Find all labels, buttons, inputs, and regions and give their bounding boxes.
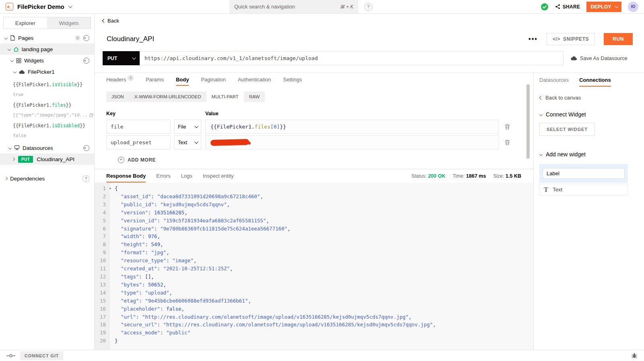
body-type-multipart[interactable]: MULTI-PART xyxy=(206,91,244,102)
body-type-json[interactable]: JSON xyxy=(106,91,129,102)
tab-connections[interactable]: Connections xyxy=(579,73,611,87)
tab-settings[interactable]: Settings xyxy=(283,73,302,86)
tab-explorer[interactable]: Explorer xyxy=(4,17,47,29)
tab-widgets[interactable]: Widgets xyxy=(47,17,91,29)
add-widget-icon[interactable]: + xyxy=(83,58,89,64)
query-title[interactable]: Cloudinary_API xyxy=(107,35,154,43)
response-code[interactable]: 1▾{2 "asset_id": "dacea8d7331091d20698a9… xyxy=(95,183,533,350)
back-to-canvas-button[interactable]: Back to canvas xyxy=(540,95,644,101)
chevron-down-icon[interactable] xyxy=(68,4,72,8)
tab-headers[interactable]: Headers 1 xyxy=(106,73,134,86)
code-text: "placeholder": false, xyxy=(115,305,184,313)
app-title[interactable]: FilePicker Demo xyxy=(17,3,64,10)
tab-datasources[interactable]: Datasources xyxy=(539,73,569,87)
tree-item-pages[interactable]: Pages + xyxy=(0,32,94,44)
redaction-scribble xyxy=(211,139,249,146)
key-column-header: Key xyxy=(106,111,205,116)
fold-gutter xyxy=(106,297,115,305)
line-number: 4 xyxy=(95,209,106,217)
code-text: } xyxy=(115,337,118,345)
tab-logs[interactable]: Logs xyxy=(181,169,192,183)
tree-item-filepicker1[interactable]: FilePicker1 xyxy=(0,66,94,77)
datasources-label: Datasources xyxy=(23,145,53,151)
text-widget-card[interactable]: T Text xyxy=(539,184,628,195)
tab-errors[interactable]: Errors xyxy=(156,169,170,183)
entity-explorer-sidebar: Explorer Widgets Pages + xyxy=(0,14,95,350)
api-editor-header: Back Cloudinary_API ••• </> SNIPPETS RUN… xyxy=(95,14,644,73)
key-input[interactable] xyxy=(106,120,171,134)
code-line: 9 "format": "jpg", xyxy=(95,249,533,257)
tree-item-widgets[interactable]: Widgets + xyxy=(0,55,94,66)
body-type-raw[interactable]: RAW xyxy=(244,91,265,102)
add-page-icon[interactable]: + xyxy=(83,35,89,41)
quick-search-input[interactable]: Quick search & navigation ⌘ + K xyxy=(229,0,358,13)
deploy-button[interactable]: DEPLOY xyxy=(586,2,621,12)
tree-item-landing-page[interactable]: landing page xyxy=(0,44,94,55)
tab-body[interactable]: Body xyxy=(176,73,189,86)
vertical-scrollbar[interactable] xyxy=(526,84,530,159)
code-line: 5 "version_id": "159c5f281934eafa6883c2a… xyxy=(95,217,533,225)
chevron-right-icon xyxy=(12,158,15,161)
code-text: "signature": "9e780b86369fcb11815de75c62… xyxy=(115,225,291,233)
suggested-widget-card[interactable]: Label xyxy=(539,164,628,183)
headers-count-badge: 1 xyxy=(128,75,134,81)
delete-row-icon[interactable] xyxy=(505,120,510,134)
run-button[interactable]: RUN xyxy=(604,33,633,45)
filepicker-cloud-icon xyxy=(19,70,25,74)
tree-item-cloudinary-api[interactable]: PUT Cloudinary_API xyxy=(0,154,94,165)
more-menu-icon[interactable]: ••• xyxy=(528,35,538,43)
share-button[interactable]: SHARE xyxy=(555,4,580,10)
back-button[interactable]: Back xyxy=(95,18,644,24)
save-as-datasource-button[interactable]: Save As Datasource xyxy=(571,51,627,65)
body-type-urlencoded[interactable]: X-WWW-FORM-URLENCODED xyxy=(129,91,206,102)
add-new-widget-section-header[interactable]: Add new widget xyxy=(540,151,644,158)
code-line: 3 "public_id": "kejsd0ujmqv5cds7qqnv", xyxy=(95,201,533,209)
dependencies-help-icon[interactable]: ? xyxy=(83,175,89,182)
tab-authentication[interactable]: Authentication xyxy=(238,73,271,86)
copy-icon[interactable] xyxy=(89,113,93,117)
help-icon[interactable]: ? xyxy=(364,3,372,11)
tab-inspect-entity[interactable]: Inspect entity xyxy=(203,169,234,183)
method-dropdown[interactable]: PUT xyxy=(103,51,140,65)
code-line: 1▾{ xyxy=(95,185,533,193)
chevron-left-icon xyxy=(539,96,543,100)
tree-item-datasources[interactable]: Datasources + xyxy=(0,142,94,154)
type-dropdown[interactable]: File xyxy=(174,120,201,134)
code-text: { xyxy=(115,185,118,193)
cloud-icon xyxy=(571,56,577,60)
binding-isvisible[interactable]: {{FilePicker1.isVisible}} xyxy=(13,81,94,89)
code-line: 10 "resource_type": "image", xyxy=(95,257,533,265)
tab-response-body[interactable]: Response Body xyxy=(106,169,146,183)
tree-item-dependencies[interactable]: Dependencies ? xyxy=(0,173,94,184)
text-widget-label: Text xyxy=(553,187,562,193)
value-input[interactable]: {{FilePicker1.files[0]}} xyxy=(205,120,499,134)
url-input[interactable] xyxy=(140,51,564,65)
key-input[interactable] xyxy=(106,135,171,149)
snippets-button[interactable]: </> SNIPPETS xyxy=(547,33,595,45)
select-widget-button[interactable]: SELECT WIDGET xyxy=(539,123,595,136)
line-number: 2 xyxy=(95,193,106,201)
binding-expr-prop: isDisabled xyxy=(52,123,80,129)
add-datasource-icon[interactable]: + xyxy=(83,145,89,151)
avatar[interactable]: IO xyxy=(628,2,638,12)
binding-isdisabled[interactable]: {{FilePicker1.isDisabled}} xyxy=(13,122,94,130)
fold-caret-icon[interactable]: ▾ xyxy=(106,185,115,193)
connect-widget-section-header[interactable]: Connect Widget xyxy=(540,111,644,118)
share-icon xyxy=(555,4,560,9)
connect-git-button[interactable]: CONNECT GIT xyxy=(20,351,63,360)
gear-icon[interactable] xyxy=(75,35,80,41)
add-more-button[interactable]: + ADD MORE xyxy=(118,157,533,163)
tab-params[interactable]: Params xyxy=(146,73,164,86)
tab-pagination[interactable]: Pagination xyxy=(201,73,225,86)
chevron-left-icon xyxy=(102,19,106,23)
debugger-bug-icon[interactable] xyxy=(631,353,638,359)
time-label: Time: xyxy=(452,173,464,179)
value-input[interactable] xyxy=(205,135,499,149)
fold-gutter xyxy=(106,201,115,209)
type-dropdown[interactable]: Text xyxy=(174,135,201,149)
topbar: a_ FilePicker Demo Quick search & naviga… xyxy=(0,0,644,14)
delete-row-icon[interactable] xyxy=(505,135,510,149)
binding-files[interactable]: {{FilePicker1.files}} xyxy=(13,101,94,109)
entity-tree: Pages + landing page Widgets xyxy=(0,32,94,184)
share-label: SHARE xyxy=(563,4,580,10)
